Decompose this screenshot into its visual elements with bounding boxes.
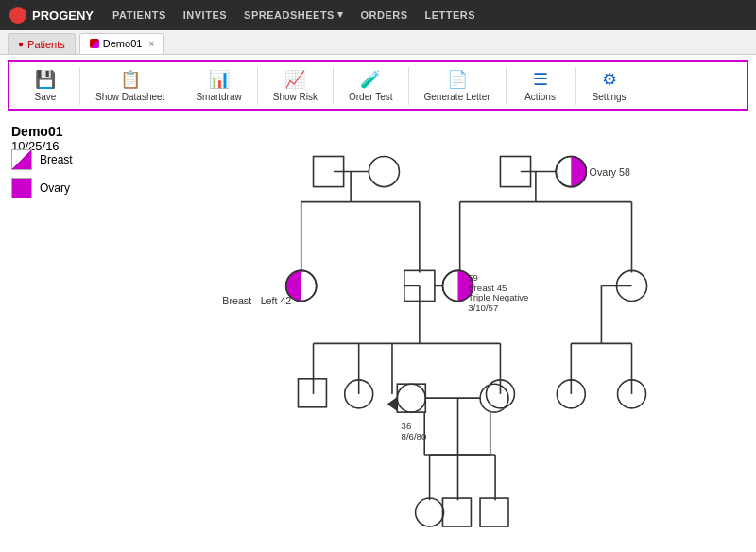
proband-mother-date: 3/10/57 xyxy=(468,302,498,313)
nav-letters[interactable]: LETTERS xyxy=(425,9,476,21)
pedigree-chart: Ovary 58 Breast - Left 42 59 Breast 45 xyxy=(96,106,756,541)
app-name: PROGENY xyxy=(32,9,94,23)
settings-icon: ⚙ xyxy=(602,69,617,90)
svg-point-38 xyxy=(397,384,425,412)
patients-dot-icon: ● xyxy=(18,39,24,49)
show-datasheet-label: Show Datasheet xyxy=(95,92,164,102)
toolbar: 💾 Save 📋 Show Datasheet 📊 Smartdraw 📈 Sh… xyxy=(8,60,748,111)
save-button[interactable]: 💾 Save xyxy=(17,66,74,105)
legend-ovary-box xyxy=(11,178,32,198)
legend-breast-box xyxy=(11,149,32,170)
svg-rect-61 xyxy=(442,498,471,526)
tab-demo01[interactable]: Demo01 × xyxy=(79,33,164,54)
logo-icon xyxy=(9,7,26,24)
breast-left-label: Breast - Left 42 xyxy=(222,295,291,306)
divider-6 xyxy=(506,67,507,105)
proband-age: 36 xyxy=(402,421,412,431)
generate-letter-button[interactable]: 📄 Generate Letter xyxy=(415,66,500,105)
nav-orders[interactable]: ORDERS xyxy=(360,9,407,21)
smartdraw-icon: 📊 xyxy=(209,69,230,90)
proband-mother-age: 59 xyxy=(468,272,478,283)
settings-button[interactable]: ⚙ Settings xyxy=(581,66,638,105)
chevron-down-icon: ▾ xyxy=(337,9,344,21)
pedigree-svg: Ovary 58 Breast - Left 42 59 Breast 45 xyxy=(96,106,756,541)
generate-letter-icon: 📄 xyxy=(447,69,468,90)
actions-label: Actions xyxy=(524,92,556,102)
divider-4 xyxy=(333,67,334,105)
svg-point-60 xyxy=(416,498,444,526)
app-logo: PROGENY xyxy=(9,7,94,24)
generate-letter-label: Generate Letter xyxy=(424,92,490,102)
ovary-label: Ovary 58 xyxy=(590,166,630,178)
proband-mother-type: Triple Negative xyxy=(468,292,528,302)
smartdraw-button[interactable]: 📊 Smartdraw xyxy=(186,66,250,105)
save-label: Save xyxy=(35,92,57,102)
settings-label: Settings xyxy=(592,92,626,102)
divider-1 xyxy=(79,67,80,105)
svg-point-53 xyxy=(480,384,508,412)
svg-rect-62 xyxy=(480,498,508,526)
legend-breast: Breast xyxy=(11,149,73,170)
order-test-label: Order Test xyxy=(349,92,393,102)
show-risk-icon: 📈 xyxy=(284,69,305,90)
proband-mother-diagnosis: Breast 45 xyxy=(468,283,507,293)
divider-2 xyxy=(180,67,180,105)
show-risk-label: Show Risk xyxy=(273,92,318,102)
actions-icon: ☰ xyxy=(533,69,548,90)
divider-5 xyxy=(408,67,409,105)
nav-menu: PATIENTS INVITES SPREADSHEETS ▾ ORDERS L… xyxy=(112,9,475,22)
nav-patients[interactable]: PATIENTS xyxy=(112,9,166,21)
tab-demo01-label: Demo01 xyxy=(103,38,143,49)
tab-patients[interactable]: ● Patients xyxy=(8,33,76,54)
legend: Breast Ovary xyxy=(11,149,73,206)
show-datasheet-button[interactable]: 📋 Show Datasheet xyxy=(86,66,174,105)
order-test-button[interactable]: 🧪 Order Test xyxy=(339,66,403,105)
svg-rect-1 xyxy=(556,156,571,186)
top-navigation: PROGENY PATIENTS INVITES SPREADSHEETS ▾ … xyxy=(0,0,756,30)
content-area: Demo01 10/25/16 Breast Ovary xyxy=(0,116,756,548)
svg-point-6 xyxy=(369,156,399,186)
show-risk-button[interactable]: 📈 Show Risk xyxy=(264,66,327,105)
proband-arrow xyxy=(387,397,398,411)
nav-invites[interactable]: INVITES xyxy=(183,9,227,21)
proband-dob: 8/6/80 xyxy=(402,431,427,441)
tab-patients-label: Patients xyxy=(27,39,65,50)
legend-breast-label: Breast xyxy=(40,153,73,166)
demo01-icon xyxy=(90,39,99,48)
legend-ovary-label: Ovary xyxy=(40,181,70,195)
nav-spreadsheets[interactable]: SPREADSHEETS ▾ xyxy=(244,9,343,21)
legend-ovary: Ovary xyxy=(11,178,73,198)
actions-button[interactable]: ☰ Actions xyxy=(512,66,569,105)
order-test-icon: 🧪 xyxy=(360,69,381,90)
divider-7 xyxy=(575,67,576,105)
close-tab-icon[interactable]: × xyxy=(148,39,154,49)
tab-bar: ● Patients Demo01 × xyxy=(0,30,756,55)
save-icon: 💾 xyxy=(35,69,56,90)
divider-3 xyxy=(257,67,258,105)
svg-rect-36 xyxy=(298,379,326,407)
datasheet-icon: 📋 xyxy=(120,69,141,90)
smartdraw-label: Smartdraw xyxy=(196,92,241,102)
